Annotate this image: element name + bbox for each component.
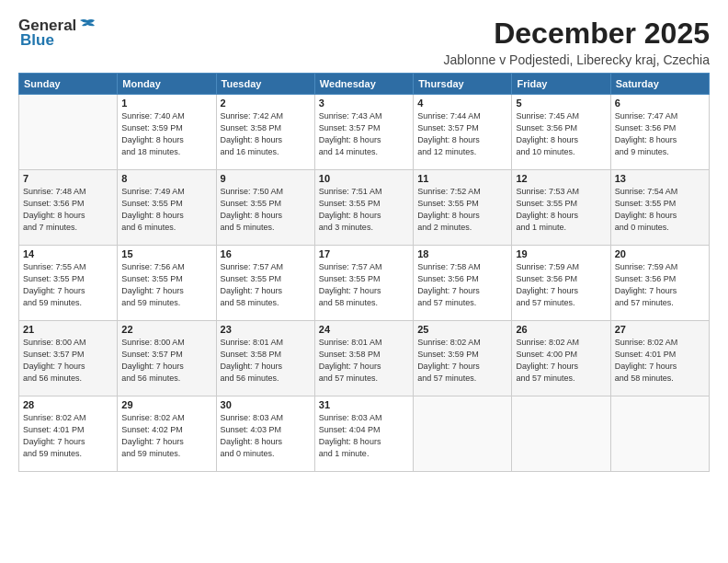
day-info-text: Sunrise: 7:52 AM Sunset: 3:55 PM Dayligh… [417, 186, 507, 234]
calendar-cell: 30Sunrise: 8:03 AM Sunset: 4:03 PM Dayli… [216, 396, 314, 472]
calendar-cell: 24Sunrise: 8:01 AM Sunset: 3:58 PM Dayli… [314, 321, 413, 396]
day-info-text: Sunrise: 8:01 AM Sunset: 3:58 PM Dayligh… [221, 337, 311, 385]
day-info-text: Sunrise: 8:02 AM Sunset: 4:00 PM Dayligh… [516, 337, 606, 385]
calendar-cell: 29Sunrise: 8:02 AM Sunset: 4:02 PM Dayli… [118, 396, 216, 472]
day-number: 17 [319, 248, 409, 259]
calendar-cell: 10Sunrise: 7:51 AM Sunset: 3:55 PM Dayli… [314, 170, 413, 246]
day-info-text: Sunrise: 7:42 AM Sunset: 3:58 PM Dayligh… [221, 110, 311, 158]
day-info-text: Sunrise: 7:51 AM Sunset: 3:55 PM Dayligh… [319, 186, 409, 234]
calendar-cell: 27Sunrise: 8:02 AM Sunset: 4:01 PM Dayli… [610, 321, 709, 396]
day-info-text: Sunrise: 7:57 AM Sunset: 3:55 PM Dayligh… [221, 261, 311, 309]
day-number: 10 [319, 173, 409, 184]
calendar-cell [610, 396, 709, 472]
calendar-cell: 12Sunrise: 7:53 AM Sunset: 3:55 PM Dayli… [512, 170, 610, 246]
day-number: 6 [615, 98, 705, 109]
calendar-cell: 20Sunrise: 7:59 AM Sunset: 3:56 PM Dayli… [610, 246, 709, 321]
calendar-cell: 11Sunrise: 7:52 AM Sunset: 3:55 PM Dayli… [414, 170, 512, 246]
calendar-table: Sunday Monday Tuesday Wednesday Thursday… [18, 73, 710, 472]
header-friday: Friday [512, 74, 610, 95]
day-info-text: Sunrise: 7:47 AM Sunset: 3:56 PM Dayligh… [615, 110, 705, 158]
calendar-cell: 14Sunrise: 7:55 AM Sunset: 3:55 PM Dayli… [19, 246, 118, 321]
day-info-text: Sunrise: 7:50 AM Sunset: 3:55 PM Dayligh… [221, 186, 311, 234]
day-number: 29 [121, 399, 211, 410]
day-number: 5 [516, 98, 606, 109]
day-number: 9 [221, 173, 311, 184]
day-number: 4 [417, 98, 507, 109]
day-info-text: Sunrise: 7:53 AM Sunset: 3:55 PM Dayligh… [516, 186, 606, 234]
day-number: 12 [516, 173, 606, 184]
day-info-text: Sunrise: 7:44 AM Sunset: 3:57 PM Dayligh… [417, 110, 507, 158]
day-number: 2 [221, 98, 311, 109]
calendar-cell: 15Sunrise: 7:56 AM Sunset: 3:55 PM Dayli… [118, 246, 216, 321]
calendar-cell: 7Sunrise: 7:48 AM Sunset: 3:56 PM Daylig… [19, 170, 118, 246]
day-number: 18 [417, 248, 507, 259]
calendar-cell: 4Sunrise: 7:44 AM Sunset: 3:57 PM Daylig… [414, 95, 512, 170]
day-number: 26 [516, 324, 606, 335]
calendar-cell: 16Sunrise: 7:57 AM Sunset: 3:55 PM Dayli… [216, 246, 314, 321]
header-sunday: Sunday [19, 74, 118, 95]
day-info-text: Sunrise: 7:43 AM Sunset: 3:57 PM Dayligh… [319, 110, 409, 158]
weekday-header-row: Sunday Monday Tuesday Wednesday Thursday… [19, 74, 710, 95]
day-number: 31 [319, 399, 409, 410]
page-header: General Blue December 2025 Jablonne v Po… [18, 17, 710, 67]
day-number: 27 [615, 324, 705, 335]
day-info-text: Sunrise: 7:48 AM Sunset: 3:56 PM Dayligh… [23, 186, 113, 234]
day-number: 3 [319, 98, 409, 109]
location-subtitle: Jablonne v Podjestedi, Liberecky kraj, C… [444, 52, 711, 67]
day-number: 20 [615, 248, 705, 259]
calendar-cell: 25Sunrise: 8:02 AM Sunset: 3:59 PM Dayli… [414, 321, 512, 396]
day-info-text: Sunrise: 7:55 AM Sunset: 3:55 PM Dayligh… [23, 261, 113, 309]
logo: General Blue [18, 17, 97, 50]
calendar-week-row: 7Sunrise: 7:48 AM Sunset: 3:56 PM Daylig… [19, 170, 710, 246]
day-number: 30 [221, 399, 311, 410]
calendar-week-row: 28Sunrise: 8:02 AM Sunset: 4:01 PM Dayli… [19, 396, 710, 472]
header-tuesday: Tuesday [216, 74, 314, 95]
day-info-text: Sunrise: 8:03 AM Sunset: 4:04 PM Dayligh… [319, 412, 409, 460]
calendar-cell [512, 396, 610, 472]
day-number: 25 [417, 324, 507, 335]
calendar-cell: 5Sunrise: 7:45 AM Sunset: 3:56 PM Daylig… [512, 95, 610, 170]
calendar-cell: 6Sunrise: 7:47 AM Sunset: 3:56 PM Daylig… [610, 95, 709, 170]
calendar-cell: 18Sunrise: 7:58 AM Sunset: 3:56 PM Dayli… [414, 246, 512, 321]
header-wednesday: Wednesday [314, 74, 413, 95]
calendar-cell: 2Sunrise: 7:42 AM Sunset: 3:58 PM Daylig… [216, 95, 314, 170]
day-info-text: Sunrise: 8:01 AM Sunset: 3:58 PM Dayligh… [319, 337, 409, 385]
day-info-text: Sunrise: 8:02 AM Sunset: 4:01 PM Dayligh… [23, 412, 113, 460]
calendar-cell: 17Sunrise: 7:57 AM Sunset: 3:55 PM Dayli… [314, 246, 413, 321]
day-info-text: Sunrise: 7:45 AM Sunset: 3:56 PM Dayligh… [516, 110, 606, 158]
day-number: 15 [121, 248, 211, 259]
day-number: 21 [23, 324, 113, 335]
day-info-text: Sunrise: 8:03 AM Sunset: 4:03 PM Dayligh… [221, 412, 311, 460]
calendar-cell: 19Sunrise: 7:59 AM Sunset: 3:56 PM Dayli… [512, 246, 610, 321]
calendar-week-row: 21Sunrise: 8:00 AM Sunset: 3:57 PM Dayli… [19, 321, 710, 396]
day-number: 8 [121, 173, 211, 184]
calendar-cell: 8Sunrise: 7:49 AM Sunset: 3:55 PM Daylig… [118, 170, 216, 246]
logo-blue: Blue [20, 31, 54, 50]
calendar-cell: 1Sunrise: 7:40 AM Sunset: 3:59 PM Daylig… [118, 95, 216, 170]
calendar-cell: 21Sunrise: 8:00 AM Sunset: 3:57 PM Dayli… [19, 321, 118, 396]
day-number: 14 [23, 248, 113, 259]
day-info-text: Sunrise: 8:02 AM Sunset: 3:59 PM Dayligh… [417, 337, 507, 385]
calendar-cell: 13Sunrise: 7:54 AM Sunset: 3:55 PM Dayli… [610, 170, 709, 246]
day-number: 24 [319, 324, 409, 335]
day-info-text: Sunrise: 8:00 AM Sunset: 3:57 PM Dayligh… [23, 337, 113, 385]
calendar-cell: 31Sunrise: 8:03 AM Sunset: 4:04 PM Dayli… [314, 396, 413, 472]
day-info-text: Sunrise: 7:57 AM Sunset: 3:55 PM Dayligh… [319, 261, 409, 309]
day-info-text: Sunrise: 8:00 AM Sunset: 3:57 PM Dayligh… [121, 337, 211, 385]
day-info-text: Sunrise: 7:40 AM Sunset: 3:59 PM Dayligh… [121, 110, 211, 158]
calendar-cell [414, 396, 512, 472]
day-info-text: Sunrise: 7:56 AM Sunset: 3:55 PM Dayligh… [121, 261, 211, 309]
logo-bird-icon [78, 18, 97, 33]
month-year-title: December 2025 [444, 17, 711, 51]
day-number: 28 [23, 399, 113, 410]
calendar-cell: 28Sunrise: 8:02 AM Sunset: 4:01 PM Dayli… [19, 396, 118, 472]
day-number: 1 [121, 98, 211, 109]
day-info-text: Sunrise: 7:49 AM Sunset: 3:55 PM Dayligh… [121, 186, 211, 234]
day-number: 13 [615, 173, 705, 184]
day-info-text: Sunrise: 7:58 AM Sunset: 3:56 PM Dayligh… [417, 261, 507, 309]
calendar-cell [19, 95, 118, 170]
calendar-cell: 22Sunrise: 8:00 AM Sunset: 3:57 PM Dayli… [118, 321, 216, 396]
calendar-week-row: 14Sunrise: 7:55 AM Sunset: 3:55 PM Dayli… [19, 246, 710, 321]
day-info-text: Sunrise: 7:59 AM Sunset: 3:56 PM Dayligh… [615, 261, 705, 309]
day-number: 23 [221, 324, 311, 335]
